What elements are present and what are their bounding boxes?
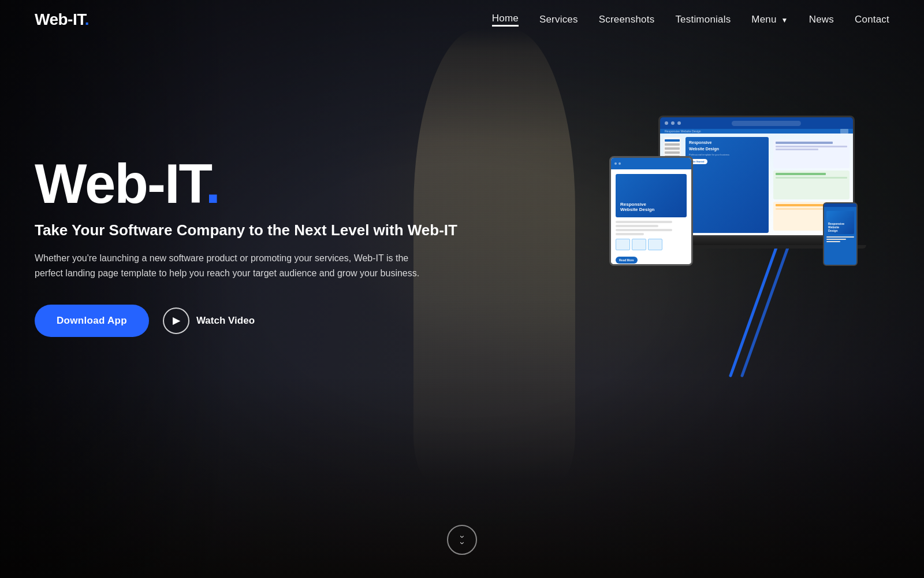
sidebar-item-2 bbox=[665, 143, 680, 146]
nav-item-news[interactable]: News bbox=[809, 14, 834, 25]
nav-link-contact[interactable]: Contact bbox=[855, 14, 889, 25]
nav-item-home[interactable]: Home bbox=[492, 13, 519, 27]
hero-title-dot: . bbox=[206, 153, 220, 214]
hero-description: Whether you're launching a new software … bbox=[35, 251, 427, 281]
nav-item-contact[interactable]: Contact bbox=[855, 14, 889, 25]
play-icon: ▶ bbox=[163, 307, 189, 334]
tablet-line-1 bbox=[616, 221, 672, 223]
phone-header bbox=[823, 202, 858, 207]
laptop-hero-area: Responsive Website Design Professional t… bbox=[685, 137, 769, 233]
laptop-widget-1 bbox=[773, 139, 850, 168]
logo-dot: . bbox=[85, 10, 89, 28]
logo-text: Web-IT bbox=[35, 10, 85, 28]
nav-link-news[interactable]: News bbox=[809, 14, 834, 25]
hero-subtitle: Take Your Software Company to the Next L… bbox=[35, 221, 457, 240]
phone-lines bbox=[826, 236, 854, 242]
tablet-dot-2 bbox=[619, 162, 621, 165]
tablet-dot-1 bbox=[614, 162, 617, 165]
chevron-2: › bbox=[459, 542, 465, 544]
scroll-down-button[interactable]: › › bbox=[447, 525, 477, 555]
screen-dot-2 bbox=[671, 121, 675, 125]
tablet-icon-2 bbox=[632, 239, 646, 250]
nav-item-screenshots[interactable]: Screenshots bbox=[599, 14, 655, 25]
nav-link-testimonials[interactable]: Testimonials bbox=[675, 14, 731, 25]
phone-hero: ResponsiveWebsiteDesign bbox=[826, 211, 854, 234]
watch-video-button[interactable]: ▶ Watch Video bbox=[163, 307, 255, 334]
screen-dot-3 bbox=[677, 121, 681, 125]
laptop-nav-item-1: Responsive Website Design bbox=[665, 129, 701, 133]
tablet-line-3 bbox=[616, 229, 672, 231]
tablet-body-content: ResponsiveWebsite Design Read M bbox=[611, 169, 691, 266]
logo[interactable]: Web-IT. bbox=[35, 10, 89, 29]
sidebar-item-1 bbox=[665, 139, 680, 142]
tablet-icon-1 bbox=[616, 239, 630, 250]
phone-line-2 bbox=[826, 239, 846, 240]
tablet-cta: Read More bbox=[616, 257, 638, 264]
page-content: Web-IT. Home Services Screenshots bbox=[0, 0, 924, 578]
phone-hero-text: ResponsiveWebsiteDesign bbox=[828, 222, 852, 232]
nav-link-services[interactable]: Services bbox=[539, 14, 578, 25]
screen-dot-1 bbox=[665, 121, 668, 125]
devices-container: Responsive Website Design bbox=[566, 46, 889, 405]
hero-content: Web-IT. Take Your Software Company to th… bbox=[35, 156, 457, 337]
laptop-widget-2 bbox=[773, 171, 850, 199]
tablet-line-4 bbox=[616, 233, 644, 235]
tablet-icons bbox=[616, 239, 687, 250]
scroll-chevrons: › › bbox=[461, 533, 464, 546]
tablet-screen: ResponsiveWebsite Design Read M bbox=[609, 156, 693, 266]
phone-line-3 bbox=[826, 241, 840, 242]
tablet-header bbox=[611, 158, 691, 169]
nav-item-services[interactable]: Services bbox=[539, 14, 578, 25]
nav-link-menu[interactable]: Menu ▼ bbox=[751, 14, 788, 25]
navigation: Web-IT. Home Services Screenshots bbox=[0, 0, 924, 39]
nav-item-testimonials[interactable]: Testimonials bbox=[675, 14, 731, 25]
tablet-btn-area: Read More bbox=[616, 253, 687, 264]
nav-item-menu[interactable]: Menu ▼ bbox=[751, 14, 788, 25]
nav-link-screenshots[interactable]: Screenshots bbox=[599, 14, 655, 25]
laptop-screen-header bbox=[660, 117, 853, 129]
sidebar-item-3 bbox=[665, 147, 680, 150]
nav-underline bbox=[492, 25, 519, 27]
phone-screen: ResponsiveWebsiteDesign bbox=[823, 202, 858, 266]
tablet-mockup: ResponsiveWebsite Design Read M bbox=[609, 156, 693, 266]
tablet-hero: ResponsiveWebsite Design bbox=[616, 174, 687, 217]
download-app-button[interactable]: Download App bbox=[35, 305, 149, 337]
laptop-hero-title: Responsive bbox=[689, 140, 765, 144]
nav-links: Home Services Screenshots Testimonials bbox=[492, 13, 889, 27]
nav-link-home[interactable]: Home bbox=[492, 13, 519, 27]
tablet-text-lines bbox=[616, 221, 687, 235]
tablet-line-2 bbox=[616, 225, 658, 227]
laptop-hero-title-2: Website Design bbox=[689, 147, 765, 151]
hero-title: Web-IT. bbox=[35, 156, 457, 212]
tablet-icon-3 bbox=[648, 239, 662, 250]
laptop-nav-bar: Responsive Website Design bbox=[660, 129, 853, 134]
laptop-hero-sub: Professional template for your business bbox=[689, 153, 765, 157]
chevron-1: › bbox=[459, 535, 465, 538]
cta-group: Download App ▶ Watch Video bbox=[35, 305, 457, 337]
tablet-hero-title: ResponsiveWebsite Design bbox=[620, 202, 682, 213]
sidebar-item-4 bbox=[665, 151, 680, 154]
menu-chevron-icon: ▼ bbox=[781, 16, 788, 24]
phone-line-1 bbox=[826, 236, 854, 238]
phone-content: ResponsiveWebsiteDesign bbox=[824, 209, 856, 244]
phone-mockup: ResponsiveWebsiteDesign bbox=[823, 202, 858, 266]
